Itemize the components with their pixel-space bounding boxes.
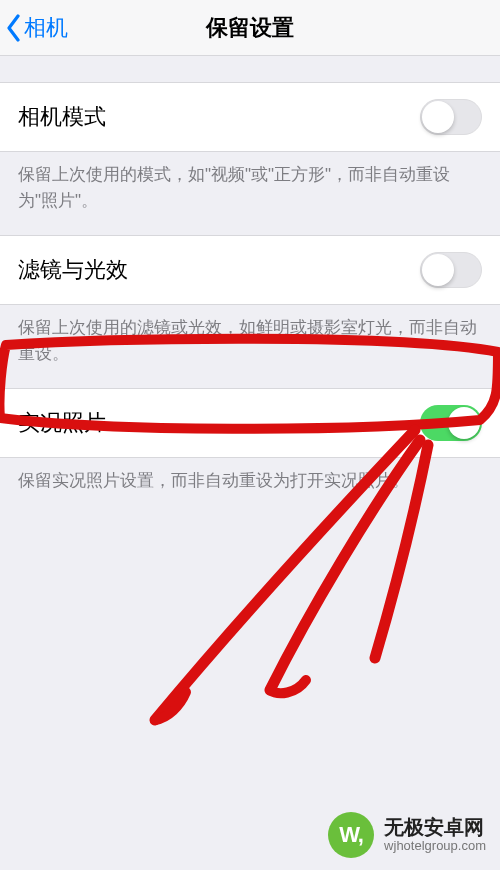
watermark: W, 无极安卓网 wjhotelgroup.com: [328, 812, 486, 858]
row-camera-mode[interactable]: 相机模式: [0, 82, 500, 152]
settings-group-camera-mode: 相机模式 保留上次使用的模式，如"视频"或"正方形"，而非自动重设为"照片"。: [0, 82, 500, 235]
back-label: 相机: [24, 13, 68, 43]
row-live-photo[interactable]: 实况照片: [0, 388, 500, 458]
watermark-text: 无极安卓网 wjhotelgroup.com: [384, 816, 486, 854]
settings-group-live-photo: 实况照片 保留实况照片设置，而非自动重设为打开实况照片。: [0, 388, 500, 516]
toggle-live-photo[interactable]: [420, 405, 482, 441]
back-button[interactable]: 相机: [0, 13, 68, 43]
toggle-camera-mode[interactable]: [420, 99, 482, 135]
watermark-title: 无极安卓网: [384, 816, 486, 839]
row-footer: 保留实况照片设置，而非自动重设为打开实况照片。: [0, 458, 500, 516]
row-title: 实况照片: [18, 408, 106, 438]
row-footer: 保留上次使用的滤镜或光效，如鲜明或摄影室灯光，而非自动重设。: [0, 305, 500, 388]
row-title: 滤镜与光效: [18, 255, 128, 285]
settings-list: 相机模式 保留上次使用的模式，如"视频"或"正方形"，而非自动重设为"照片"。 …: [0, 56, 500, 516]
watermark-logo-icon: W,: [328, 812, 374, 858]
row-filters[interactable]: 滤镜与光效: [0, 235, 500, 305]
row-title: 相机模式: [18, 102, 106, 132]
settings-group-filters: 滤镜与光效 保留上次使用的滤镜或光效，如鲜明或摄影室灯光，而非自动重设。: [0, 235, 500, 388]
row-footer: 保留上次使用的模式，如"视频"或"正方形"，而非自动重设为"照片"。: [0, 152, 500, 235]
watermark-url: wjhotelgroup.com: [384, 839, 486, 854]
nav-bar: 相机 保留设置: [0, 0, 500, 56]
page-title: 保留设置: [0, 13, 500, 43]
chevron-left-icon: [6, 14, 22, 42]
toggle-filters[interactable]: [420, 252, 482, 288]
